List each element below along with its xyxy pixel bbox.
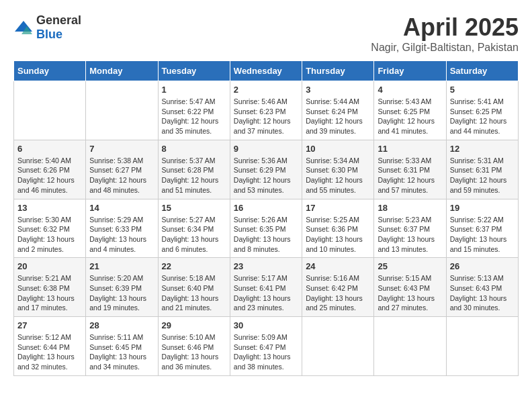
day-number: 28 xyxy=(89,320,154,330)
day-cell: 19Sunrise: 5:22 AMSunset: 6:37 PMDayligh… xyxy=(446,199,518,258)
day-info: Sunrise: 5:44 AMSunset: 6:24 PMDaylight:… xyxy=(306,97,370,136)
day-cell: 3Sunrise: 5:44 AMSunset: 6:24 PMDaylight… xyxy=(302,81,374,140)
day-header-monday: Monday xyxy=(86,61,158,81)
day-info: Sunrise: 5:15 AMSunset: 6:43 PMDaylight:… xyxy=(378,273,442,313)
day-info: Sunrise: 5:40 AMSunset: 6:26 PMDaylight:… xyxy=(17,156,82,195)
day-info: Sunrise: 5:09 AMSunset: 6:47 PMDaylight:… xyxy=(234,332,298,372)
day-cell: 23Sunrise: 5:17 AMSunset: 6:41 PMDayligh… xyxy=(230,258,302,317)
day-cell: 29Sunrise: 5:10 AMSunset: 6:46 PMDayligh… xyxy=(158,317,230,376)
day-number: 3 xyxy=(306,85,370,95)
day-cell: 14Sunrise: 5:29 AMSunset: 6:33 PMDayligh… xyxy=(86,199,158,258)
day-info: Sunrise: 5:41 AMSunset: 6:25 PMDaylight:… xyxy=(450,97,515,136)
week-row-4: 20Sunrise: 5:21 AMSunset: 6:38 PMDayligh… xyxy=(14,258,519,317)
day-number: 13 xyxy=(17,203,82,213)
logo-blue: Blue xyxy=(36,28,62,41)
day-cell: 12Sunrise: 5:31 AMSunset: 6:31 PMDayligh… xyxy=(446,140,518,199)
day-number: 21 xyxy=(89,261,154,271)
day-number: 5 xyxy=(450,85,515,95)
day-number: 24 xyxy=(306,261,370,271)
day-info: Sunrise: 5:46 AMSunset: 6:23 PMDaylight:… xyxy=(234,97,298,136)
week-row-1: 1Sunrise: 5:47 AMSunset: 6:22 PMDaylight… xyxy=(14,81,519,140)
location-title: Nagir, Gilgit-Baltistan, Pakistan xyxy=(371,42,519,54)
title-section: April 2025 Nagir, Gilgit-Baltistan, Paki… xyxy=(371,13,519,54)
calendar-table: SundayMondayTuesdayWednesdayThursdayFrid… xyxy=(13,60,519,376)
day-info: Sunrise: 5:13 AMSunset: 6:43 PMDaylight:… xyxy=(450,273,515,313)
day-cell: 21Sunrise: 5:20 AMSunset: 6:39 PMDayligh… xyxy=(86,258,158,317)
day-number: 17 xyxy=(306,203,370,213)
day-info: Sunrise: 5:23 AMSunset: 6:37 PMDaylight:… xyxy=(378,215,442,255)
day-info: Sunrise: 5:47 AMSunset: 6:22 PMDaylight:… xyxy=(162,97,226,136)
day-number: 4 xyxy=(378,85,442,95)
day-info: Sunrise: 5:30 AMSunset: 6:32 PMDaylight:… xyxy=(17,215,82,255)
day-info: Sunrise: 5:11 AMSunset: 6:45 PMDaylight:… xyxy=(89,332,154,372)
day-number: 1 xyxy=(162,85,226,95)
day-cell: 18Sunrise: 5:23 AMSunset: 6:37 PMDayligh… xyxy=(374,199,446,258)
day-header-thursday: Thursday xyxy=(302,61,374,81)
month-title: April 2025 xyxy=(371,13,519,42)
logo-general: General xyxy=(36,13,81,27)
day-number: 23 xyxy=(234,261,298,271)
day-cell: 2Sunrise: 5:46 AMSunset: 6:23 PMDaylight… xyxy=(230,81,302,140)
day-cell: 27Sunrise: 5:12 AMSunset: 6:44 PMDayligh… xyxy=(14,317,86,376)
day-number: 8 xyxy=(162,144,226,154)
day-cell: 20Sunrise: 5:21 AMSunset: 6:38 PMDayligh… xyxy=(14,258,86,317)
day-cell: 8Sunrise: 5:37 AMSunset: 6:28 PMDaylight… xyxy=(158,140,230,199)
day-info: Sunrise: 5:33 AMSunset: 6:31 PMDaylight:… xyxy=(378,156,442,195)
day-number: 14 xyxy=(89,203,154,213)
day-cell xyxy=(446,317,518,376)
day-info: Sunrise: 5:16 AMSunset: 6:42 PMDaylight:… xyxy=(306,273,370,313)
logo-icon xyxy=(13,19,34,36)
day-header-saturday: Saturday xyxy=(446,61,518,81)
day-info: Sunrise: 5:29 AMSunset: 6:33 PMDaylight:… xyxy=(89,215,154,255)
day-number: 26 xyxy=(450,261,515,271)
day-info: Sunrise: 5:18 AMSunset: 6:40 PMDaylight:… xyxy=(162,273,226,313)
day-number: 12 xyxy=(450,144,515,154)
day-number: 15 xyxy=(162,203,226,213)
day-number: 29 xyxy=(162,320,226,330)
day-number: 25 xyxy=(378,261,442,271)
day-number: 19 xyxy=(450,203,515,213)
day-info: Sunrise: 5:17 AMSunset: 6:41 PMDaylight:… xyxy=(234,273,298,313)
day-number: 7 xyxy=(89,144,154,154)
day-header-tuesday: Tuesday xyxy=(158,61,230,81)
header-row: SundayMondayTuesdayWednesdayThursdayFrid… xyxy=(14,61,519,81)
day-cell: 11Sunrise: 5:33 AMSunset: 6:31 PMDayligh… xyxy=(374,140,446,199)
day-number: 6 xyxy=(17,144,82,154)
day-header-friday: Friday xyxy=(374,61,446,81)
day-info: Sunrise: 5:20 AMSunset: 6:39 PMDaylight:… xyxy=(89,273,154,313)
day-number: 30 xyxy=(234,320,298,330)
day-cell: 5Sunrise: 5:41 AMSunset: 6:25 PMDaylight… xyxy=(446,81,518,140)
day-cell: 10Sunrise: 5:34 AMSunset: 6:30 PMDayligh… xyxy=(302,140,374,199)
page-header: General Blue April 2025 Nagir, Gilgit-Ba… xyxy=(13,13,519,54)
day-cell: 26Sunrise: 5:13 AMSunset: 6:43 PMDayligh… xyxy=(446,258,518,317)
day-cell: 24Sunrise: 5:16 AMSunset: 6:42 PMDayligh… xyxy=(302,258,374,317)
day-info: Sunrise: 5:25 AMSunset: 6:36 PMDaylight:… xyxy=(306,215,370,255)
day-cell xyxy=(86,81,158,140)
day-cell: 30Sunrise: 5:09 AMSunset: 6:47 PMDayligh… xyxy=(230,317,302,376)
day-cell: 22Sunrise: 5:18 AMSunset: 6:40 PMDayligh… xyxy=(158,258,230,317)
day-number: 10 xyxy=(306,144,370,154)
day-number: 16 xyxy=(234,203,298,213)
day-info: Sunrise: 5:27 AMSunset: 6:34 PMDaylight:… xyxy=(162,215,226,255)
day-cell: 15Sunrise: 5:27 AMSunset: 6:34 PMDayligh… xyxy=(158,199,230,258)
day-number: 27 xyxy=(17,320,82,330)
day-cell: 1Sunrise: 5:47 AMSunset: 6:22 PMDaylight… xyxy=(158,81,230,140)
day-cell: 7Sunrise: 5:38 AMSunset: 6:27 PMDaylight… xyxy=(86,140,158,199)
day-info: Sunrise: 5:12 AMSunset: 6:44 PMDaylight:… xyxy=(17,332,82,372)
day-info: Sunrise: 5:43 AMSunset: 6:25 PMDaylight:… xyxy=(378,97,442,136)
day-number: 2 xyxy=(234,85,298,95)
day-info: Sunrise: 5:22 AMSunset: 6:37 PMDaylight:… xyxy=(450,215,515,255)
day-info: Sunrise: 5:38 AMSunset: 6:27 PMDaylight:… xyxy=(89,156,154,195)
day-cell: 13Sunrise: 5:30 AMSunset: 6:32 PMDayligh… xyxy=(14,199,86,258)
day-info: Sunrise: 5:31 AMSunset: 6:31 PMDaylight:… xyxy=(450,156,515,195)
day-cell: 28Sunrise: 5:11 AMSunset: 6:45 PMDayligh… xyxy=(86,317,158,376)
day-info: Sunrise: 5:37 AMSunset: 6:28 PMDaylight:… xyxy=(162,156,226,195)
day-number: 20 xyxy=(17,261,82,271)
day-info: Sunrise: 5:36 AMSunset: 6:29 PMDaylight:… xyxy=(234,156,298,195)
day-header-sunday: Sunday xyxy=(14,61,86,81)
day-cell: 6Sunrise: 5:40 AMSunset: 6:26 PMDaylight… xyxy=(14,140,86,199)
day-cell xyxy=(374,317,446,376)
week-row-2: 6Sunrise: 5:40 AMSunset: 6:26 PMDaylight… xyxy=(14,140,519,199)
day-info: Sunrise: 5:26 AMSunset: 6:35 PMDaylight:… xyxy=(234,215,298,255)
day-info: Sunrise: 5:21 AMSunset: 6:38 PMDaylight:… xyxy=(17,273,82,313)
